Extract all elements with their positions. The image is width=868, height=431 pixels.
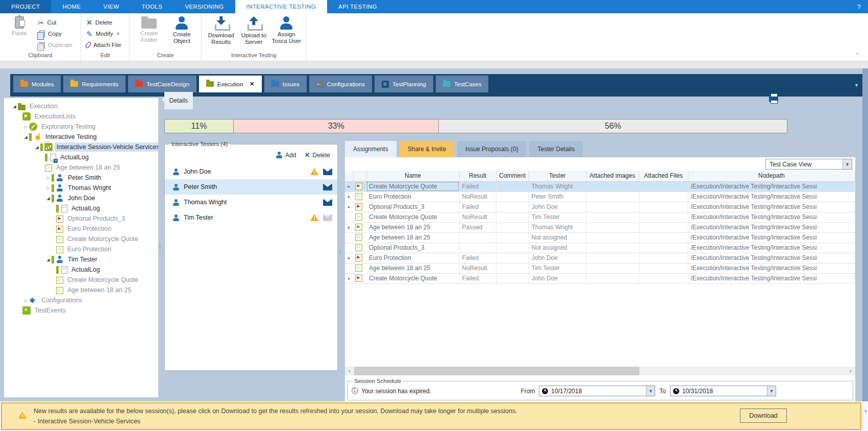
tab-assignments[interactable]: Assignments — [345, 141, 396, 157]
row-expander-icon[interactable]: ▸ — [345, 191, 353, 202]
cut-button[interactable]: Cut — [36, 17, 78, 28]
tree-item-executionlists[interactable]: ExecutionLists — [4, 111, 158, 122]
expander-icon[interactable]: ◢ — [22, 135, 29, 139]
from-date-dropdown[interactable]: 10/17/2018 ▼ — [539, 386, 655, 396]
column-header-name[interactable]: Name — [366, 171, 459, 181]
table-row[interactable]: ▸Euro ProtectionNoResultPeter Smith/Exec… — [345, 191, 855, 202]
menu-item-tools[interactable]: TOOLS — [131, 0, 174, 13]
tree-splitter-handle[interactable]: ⁞⁞ — [159, 245, 162, 258]
tester-row-john-doe[interactable]: John Doe — [165, 164, 337, 179]
tab-issues[interactable]: Issues — [264, 76, 307, 92]
notification-more-icon[interactable]: › — [864, 408, 866, 414]
chevron-down-icon[interactable]: ▼ — [646, 386, 655, 396]
menu-item-versioning[interactable]: VERSIONING — [173, 0, 235, 13]
tab-requirements[interactable]: Requirements — [63, 76, 126, 92]
chevron-down-icon[interactable]: ▼ — [116, 32, 120, 36]
to-date-dropdown[interactable]: 10/31/2018 ▼ — [670, 386, 776, 396]
delete-tester-button[interactable]: ✕ Delete — [304, 151, 330, 159]
modify-button[interactable]: Modify▼ — [84, 28, 126, 39]
column-header-comment[interactable]: Comment — [496, 171, 529, 181]
upload-to-server-button[interactable]: Upload to Server — [237, 15, 270, 45]
row-expander-icon[interactable]: ▸ — [345, 273, 353, 283]
tree-item-create-motorcycle-quote[interactable]: Create Motorcycle Quote — [4, 275, 158, 285]
add-tester-button[interactable]: Add — [275, 151, 296, 159]
menu-item-api-testing[interactable]: API TESTING — [327, 0, 388, 13]
tree-item-tim-tester[interactable]: ◢Tim Tester — [4, 254, 158, 265]
table-row[interactable]: Age between 18 an 25NoResultTim Tester/E… — [345, 263, 855, 273]
table-row[interactable]: ▸Create Motorcycle QuoteFailedThomas Wri… — [345, 181, 855, 191]
tree-item-actuallog[interactable]: ActualLog — [4, 152, 158, 162]
tree-item-actuallog[interactable]: ActualLog — [4, 265, 158, 275]
expander-icon[interactable]: ◢ — [45, 257, 52, 262]
row-expander-icon[interactable] — [345, 232, 353, 243]
tree-item-interactive-testing[interactable]: ◢Interactive Testing — [4, 132, 158, 142]
horizontal-scrollbar[interactable]: ‹ › — [345, 367, 855, 375]
mail-icon[interactable] — [323, 169, 332, 175]
attach-file-button[interactable]: Attach File — [84, 39, 126, 51]
menu-item-home[interactable]: HOME — [51, 0, 92, 13]
tree-item-interactive-session-vehicle-services[interactable]: ◢Interactive Session-Vehicle Services — [4, 142, 158, 152]
tree-item-testevents[interactable]: TestEvents — [4, 305, 158, 316]
chevron-down-icon[interactable]: ▼ — [842, 159, 852, 169]
tree-item-thomas-wright[interactable]: ▷Thomas Wright — [4, 183, 158, 193]
menu-item-project[interactable]: PROJECT — [0, 0, 51, 13]
expander-icon[interactable]: ◢ — [11, 104, 18, 109]
tester-row-peter-smith[interactable]: Peter Smith — [165, 179, 337, 195]
print-icon[interactable] — [769, 95, 778, 102]
column-header-attached-files[interactable]: Attached Files — [639, 171, 688, 181]
row-expander-icon[interactable] — [345, 243, 353, 253]
tester-row-thomas-wright[interactable]: Thomas Wright — [165, 195, 337, 210]
scroll-left-icon[interactable]: ‹ — [345, 367, 354, 375]
tab-testplanning[interactable]: TestPlanning — [375, 76, 433, 92]
tree-item-john-doe[interactable]: ◢John Doe — [4, 193, 158, 203]
tab-share-invite[interactable]: Share & Invite — [400, 141, 454, 157]
tree-item-euro-protection[interactable]: Euro Protection — [4, 224, 158, 234]
collapse-ribbon-icon[interactable]: ⌃ — [855, 52, 860, 59]
tab-execution[interactable]: Execution✕ — [199, 76, 262, 92]
panel-splitter-handle[interactable]: ⁞⁞ — [339, 250, 342, 263]
row-expander-icon[interactable]: ▸ — [345, 202, 353, 212]
column-header-attached-images[interactable]: Attached images — [586, 171, 639, 181]
expander-icon[interactable]: ◢ — [34, 145, 40, 150]
row-expander-icon[interactable]: ▸ — [345, 222, 353, 232]
scroll-right-icon[interactable]: › — [846, 367, 855, 375]
tree-item-configurations[interactable]: ▷Configurations — [4, 295, 158, 305]
expander-icon[interactable]: ▷ — [45, 176, 52, 180]
table-row[interactable]: Age between 18 an 25Not assigned/Executi… — [345, 232, 855, 243]
table-row[interactable]: ▸Optional Products_3FailedJohn Doe/Execu… — [345, 202, 855, 212]
menu-item-interactive-testing[interactable]: INTERACTIVE TESTING — [235, 0, 327, 13]
expander-icon[interactable]: ▷ — [22, 298, 29, 303]
tab-testcases[interactable]: TestCases — [436, 76, 489, 92]
assign-tosca-user-button[interactable]: Assign Tosca User — [270, 15, 303, 44]
column-header-result[interactable]: Result — [459, 171, 496, 181]
expander-icon[interactable]: ◢ — [45, 196, 52, 201]
tab-tester-details[interactable]: Tester Details — [529, 141, 583, 157]
mail-icon[interactable] — [323, 199, 332, 206]
tab-details[interactable]: Details — [164, 92, 193, 109]
row-expander-icon[interactable] — [345, 212, 353, 222]
table-row[interactable]: Optional Products_3Not assigned/Executio… — [345, 243, 855, 253]
tree-item-euro-protection[interactable]: Euro Protection — [4, 244, 158, 254]
tree-item-optional-products-3[interactable]: Optional Products_3 — [4, 213, 158, 224]
expander-icon[interactable]: ▷ — [22, 125, 29, 129]
delete-button[interactable]: Delete — [84, 17, 126, 28]
close-icon[interactable]: ✕ — [250, 81, 254, 87]
column-header-nodepath[interactable]: Nodepath — [688, 171, 855, 181]
table-row[interactable]: ▸Euro ProtectionFailedJohn Doe/Execution… — [345, 253, 855, 263]
copy-button[interactable]: Copy — [36, 28, 78, 39]
chevron-down-icon[interactable]: ▼ — [767, 386, 776, 396]
tree-item-age-between-18-an-25[interactable]: Age between 18 an 25 — [4, 285, 158, 295]
table-row[interactable]: ▸Age between 18 an 25PassedThomas Wright… — [345, 222, 855, 232]
menu-item-view[interactable]: VIEW — [92, 0, 131, 13]
table-row[interactable]: Create Motorcycle QuoteNoResultTim Teste… — [345, 212, 855, 222]
tester-row-tim-tester[interactable]: Tim Tester — [165, 210, 337, 225]
download-button[interactable]: Download — [740, 409, 787, 423]
tab-modules[interactable]: Modules — [13, 76, 61, 92]
tab-issue-proposals-0[interactable]: Issue Proposals (0) — [457, 141, 526, 157]
tab-overflow-icon[interactable]: ▼ — [854, 83, 859, 88]
table-row[interactable]: ▸Create Motorcycle QuoteFailedJohn Doe/E… — [345, 273, 855, 283]
tree-item-exploratory-testing[interactable]: ▷Exploratory Testing — [4, 122, 158, 132]
row-expander-icon[interactable] — [345, 263, 353, 273]
tree-item-age-between-18-an-25[interactable]: Age between 18 an 25 — [4, 162, 158, 173]
scrollbar-track[interactable] — [354, 367, 846, 375]
